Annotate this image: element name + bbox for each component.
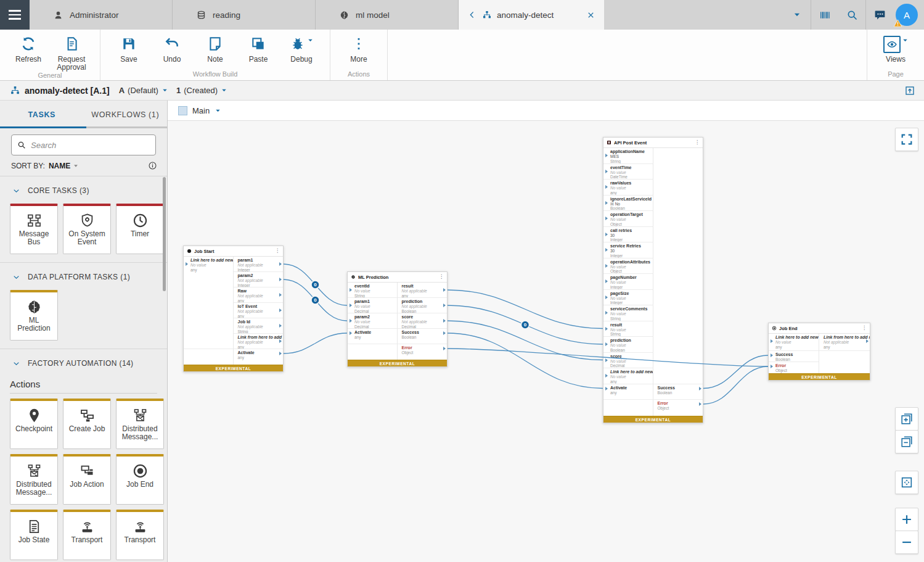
input-port[interactable] xyxy=(350,304,352,307)
search-input[interactable] xyxy=(31,141,150,150)
output-port[interactable] xyxy=(866,339,869,343)
port-left-pagenumber[interactable]: pageNumberNo valueInteger xyxy=(603,274,653,290)
input-port[interactable] xyxy=(605,358,608,362)
chevron-left-icon[interactable] xyxy=(467,10,477,20)
node-menu-button[interactable]: ⋮ xyxy=(695,140,700,145)
input-port[interactable] xyxy=(605,185,608,189)
task-card-distributed-message-[interactable]: Distributed Message... xyxy=(116,399,164,449)
output-port[interactable] xyxy=(279,293,282,297)
output-port[interactable] xyxy=(279,278,282,281)
tab-workflows[interactable]: WORKFLOWS (1) xyxy=(84,110,168,119)
output-port[interactable] xyxy=(279,324,282,328)
tab-ml-model[interactable]: ml model xyxy=(316,0,459,30)
node-api-post-event[interactable]: API Post Event⋮applicationNameMESStringe… xyxy=(603,137,703,423)
section-header-factory-automation-14-[interactable]: FACTORY AUTOMATION (14) xyxy=(0,349,167,371)
port-left-eventtime[interactable]: eventTimeNo valueDateTime xyxy=(603,164,653,180)
input-port[interactable] xyxy=(605,201,608,205)
port-right-success[interactable]: SuccessBoolean xyxy=(398,329,448,344)
port-right-error[interactable]: ErrorObject xyxy=(398,344,448,360)
save-button[interactable]: Save xyxy=(109,33,149,64)
task-card-on-system-event[interactable]: On System Event xyxy=(63,204,111,254)
refresh-button[interactable]: Refresh xyxy=(9,33,48,72)
input-port[interactable] xyxy=(350,319,352,323)
output-port[interactable] xyxy=(279,262,282,266)
task-card-job-end[interactable]: Job End xyxy=(116,454,164,505)
port-left-operationattributes[interactable]: operationAttributesNo valueObject xyxy=(603,258,653,275)
caret-down-icon[interactable] xyxy=(215,107,221,114)
input-port[interactable] xyxy=(605,327,608,331)
port-left-error[interactable]: ErrorObject xyxy=(769,362,819,373)
task-card-job-state[interactable]: Job State xyxy=(10,510,58,560)
input-port[interactable] xyxy=(605,154,608,157)
tab-reading[interactable]: reading xyxy=(173,0,316,30)
input-port[interactable] xyxy=(605,279,608,283)
port-left-pagesize[interactable]: pageSizeNo valueInteger xyxy=(603,290,653,306)
task-card-ml-prediction[interactable]: ML Prediction xyxy=(10,290,58,341)
port-left-link-here-to-add-new[interactable]: Link here to add newNo valueany xyxy=(603,368,653,384)
input-port[interactable] xyxy=(605,217,608,220)
port-left-success[interactable]: SuccessBoolean xyxy=(769,351,819,362)
port-left-param2[interactable]: param2No valueDecimal xyxy=(348,313,397,329)
input-port[interactable] xyxy=(605,311,608,315)
task-card-transport[interactable]: Transport xyxy=(63,510,111,560)
zoom-out-button[interactable] xyxy=(895,531,918,554)
output-port[interactable] xyxy=(443,288,446,292)
port-right-iot-event[interactable]: IoT EventNot applicableany xyxy=(234,303,284,318)
port-right-prediction[interactable]: predictionNot applicableBoolean xyxy=(398,298,448,313)
port-left-service-retries[interactable]: service Retries30Integer xyxy=(603,242,653,258)
zoom-in-button[interactable] xyxy=(895,508,918,531)
close-icon[interactable] xyxy=(586,10,595,20)
debug-button[interactable]: Debug xyxy=(282,33,321,64)
request-approval-button[interactable]: Request Approval xyxy=(52,33,91,72)
port-left-rawvalues[interactable]: rawValuesNo valueany xyxy=(603,180,653,196)
task-card-transport[interactable]: Transport xyxy=(116,510,164,560)
output-port[interactable] xyxy=(279,352,282,355)
collapse-all-button[interactable] xyxy=(895,430,918,453)
port-left-activate[interactable]: Activateany xyxy=(603,384,653,400)
paste-button[interactable]: Paste xyxy=(239,33,278,64)
sidebar-scrollbar[interactable] xyxy=(163,177,166,291)
input-port[interactable] xyxy=(605,264,608,268)
input-port[interactable] xyxy=(771,365,773,368)
workflow-canvas[interactable]: Job Start⋮Link here to add newNo valuean… xyxy=(168,121,924,562)
view-swatch[interactable] xyxy=(178,106,187,115)
input-port[interactable] xyxy=(605,170,608,173)
node-ml-prediction[interactable]: ML Prediction⋮eventIdNo valueStringparam… xyxy=(347,271,448,367)
output-port[interactable] xyxy=(443,319,446,323)
port-right-success[interactable]: SuccessBoolean xyxy=(653,384,703,400)
input-port[interactable] xyxy=(605,374,608,378)
output-port[interactable] xyxy=(443,331,446,335)
input-port[interactable] xyxy=(350,288,352,292)
port-right-job-id[interactable]: Job IdNot applicableString xyxy=(234,318,284,334)
fit-view-button[interactable] xyxy=(895,471,918,494)
port-left-result[interactable]: resultNo valueString xyxy=(603,321,653,337)
port-left-call-retries[interactable]: call retries30Integer xyxy=(603,227,653,243)
task-card-message-bus[interactable]: Message Bus xyxy=(10,204,58,254)
port-left-applicationname[interactable]: applicationNameMESString xyxy=(603,148,653,164)
port-right-param2[interactable]: param2Not applicableInteger xyxy=(234,272,284,287)
port-left-score[interactable]: scoreNo valueDecimal xyxy=(603,353,653,369)
views-button[interactable]: Views xyxy=(876,33,915,64)
avatar[interactable]: A xyxy=(896,4,918,26)
tab-administrator[interactable]: Administrator xyxy=(30,0,173,30)
input-port[interactable] xyxy=(605,233,608,236)
port-left-servicecomments[interactable]: serviceCommentsNo valueString xyxy=(603,305,653,321)
info-icon[interactable] xyxy=(148,161,157,170)
chat-icon[interactable] xyxy=(866,0,893,30)
open-panel-button[interactable] xyxy=(904,85,915,96)
task-card-job-action[interactable]: Job Action xyxy=(63,454,111,505)
port-right-param1[interactable]: param1Not applicableInteger xyxy=(234,257,284,272)
revision-selector[interactable]: 1(Created) xyxy=(176,86,227,95)
input-port[interactable] xyxy=(186,262,188,266)
task-card-checkpoint[interactable]: Checkpoint xyxy=(10,399,58,449)
port-right-activate[interactable]: Activateany xyxy=(234,349,284,365)
search-icon[interactable] xyxy=(838,0,865,30)
tab-anomaly-detect[interactable]: anomaly-detect xyxy=(459,0,604,30)
output-port[interactable] xyxy=(699,402,701,406)
section-header-data-platform-tasks-1-[interactable]: DATA PLATFORM TASKS (1) xyxy=(0,263,167,285)
sort-dropdown[interactable]: NAME xyxy=(49,162,79,170)
port-left-link-here-to-add-new[interactable]: Link here to add newNo valueany xyxy=(769,334,819,351)
node-menu-button[interactable]: ⋮ xyxy=(862,326,867,331)
input-port[interactable] xyxy=(605,342,608,346)
port-right-link-from-here-to-add-new[interactable]: Link from here to add newNot applicablea… xyxy=(819,334,870,351)
